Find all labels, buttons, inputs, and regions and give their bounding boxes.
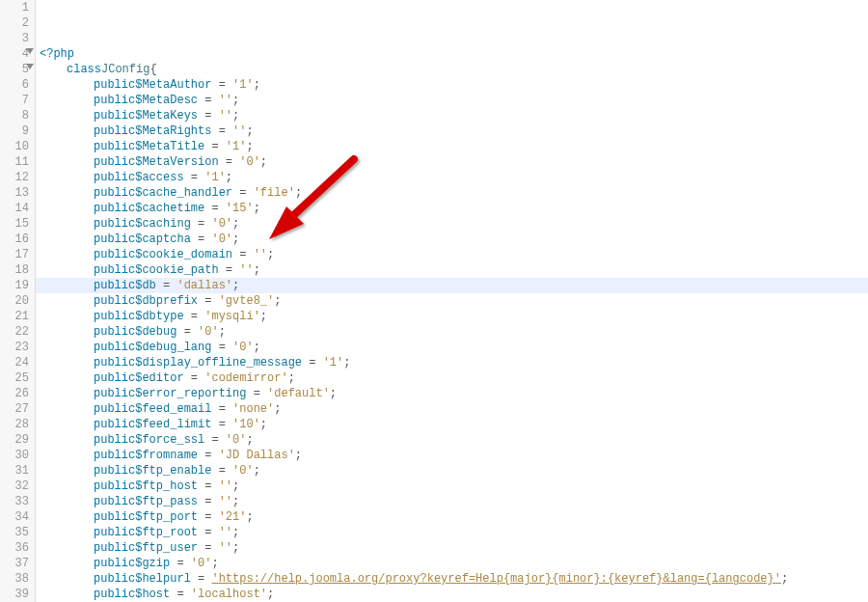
code-editor: 1234567891011121314151617181920212223242… xyxy=(0,0,868,602)
code-line: public $db = 'dallas'; xyxy=(36,278,868,293)
string-value: '0' xyxy=(232,463,254,479)
code-line: public $ftp_port = '21'; xyxy=(40,509,868,525)
code-line: public $debug = '0'; xyxy=(40,324,868,340)
code-line: public $MetaTitle = '1'; xyxy=(40,139,868,154)
keyword-public: public xyxy=(94,247,135,262)
property-name: $ftp_enable xyxy=(135,463,211,479)
semicolon: ; xyxy=(219,324,226,340)
line-number: 33 xyxy=(4,494,29,509)
string-value: '0' xyxy=(226,432,247,448)
property-name: $db xyxy=(135,278,156,293)
class-name: JConfig xyxy=(101,62,149,77)
code-line: public $editor = 'codemirror'; xyxy=(40,370,868,386)
brace-open: { xyxy=(149,62,156,77)
semicolon: ; xyxy=(246,432,253,448)
property-name: $helpurl xyxy=(135,571,191,587)
property-name: $gzip xyxy=(135,556,170,571)
equals: = xyxy=(156,278,177,293)
semicolon: ; xyxy=(267,247,274,262)
property-name: $feed_email xyxy=(135,401,211,417)
string-value: '' xyxy=(239,262,253,278)
code-line: public $caching = '0'; xyxy=(40,216,868,232)
code-line: public $cookie_path = ''; xyxy=(40,262,868,278)
equals: = xyxy=(246,386,267,401)
line-number: 12 xyxy=(4,170,29,185)
keyword-public: public xyxy=(94,309,135,324)
property-name: $error_reporting xyxy=(135,386,246,401)
keyword-public: public xyxy=(94,509,135,525)
keyword-public: public xyxy=(94,571,135,587)
property-name: $access xyxy=(135,170,183,185)
code-line: public $ftp_user = ''; xyxy=(40,540,868,556)
code-line: public $cookie_domain = ''; xyxy=(40,247,868,262)
property-name: $cookie_path xyxy=(135,262,218,278)
php-open-tag: <?php xyxy=(40,46,74,62)
string-value: 'dallas' xyxy=(176,278,232,293)
property-name: $force_ssl xyxy=(135,432,204,448)
keyword-public: public xyxy=(94,556,135,571)
keyword-public: public xyxy=(94,448,135,463)
string-value: '0' xyxy=(211,216,232,232)
string-value: '0' xyxy=(239,154,260,170)
property-name: $debug xyxy=(135,324,176,340)
property-name: $dbprefix xyxy=(135,293,198,309)
keyword-public: public xyxy=(94,139,135,154)
equals: = xyxy=(176,324,198,340)
line-number: 24 xyxy=(4,355,29,370)
line-number: 8 xyxy=(4,108,29,123)
property-name: $ftp_pass xyxy=(135,494,198,509)
string-value: '' xyxy=(219,494,232,509)
code-line: public $ftp_pass = ''; xyxy=(40,494,868,509)
fold-icon[interactable] xyxy=(26,48,34,54)
code-line: public $MetaRights = ''; xyxy=(40,123,868,139)
semicolon: ; xyxy=(343,355,350,370)
line-number: 27 xyxy=(4,401,29,417)
code-line: <?php xyxy=(40,46,868,62)
keyword-public: public xyxy=(94,479,135,494)
fold-icon[interactable] xyxy=(26,64,34,69)
equals: = xyxy=(191,232,212,247)
equals: = xyxy=(184,170,205,185)
property-name: $ftp_user xyxy=(135,540,198,556)
code-line: public $fromname = 'JD Dallas'; xyxy=(40,448,868,463)
line-number: 25 xyxy=(4,370,29,386)
string-value: '0' xyxy=(211,232,232,247)
code-line: public $dbprefix = 'gvte8_'; xyxy=(40,293,868,309)
keyword-public: public xyxy=(94,370,135,386)
string-value: 'file' xyxy=(254,185,295,201)
line-number: 28 xyxy=(4,417,29,432)
property-name: $host xyxy=(135,587,170,602)
string-value: 'JD Dallas' xyxy=(219,448,295,463)
code-line: public $force_ssl = '0'; xyxy=(40,432,868,448)
string-value: '' xyxy=(219,525,232,540)
string-value: '1' xyxy=(226,139,247,154)
code-area[interactable]: <?phpclass JConfig {public $MetaAuthor =… xyxy=(36,0,868,602)
property-name: $cache_handler xyxy=(135,185,232,201)
semicolon: ; xyxy=(254,77,260,93)
code-line: public $captcha = '0'; xyxy=(40,232,868,247)
line-number: 9 xyxy=(4,123,29,139)
line-number: 29 xyxy=(4,432,29,448)
string-value: '' xyxy=(232,123,246,139)
string-value: '1' xyxy=(204,170,226,185)
string-value: 'localhost' xyxy=(191,587,267,602)
string-value: 'none' xyxy=(232,401,274,417)
keyword-public: public xyxy=(94,525,135,540)
code-line: public $MetaVersion = '0'; xyxy=(40,154,868,170)
semicolon: ; xyxy=(232,479,239,494)
semicolon: ; xyxy=(232,93,239,108)
property-name: $MetaAuthor xyxy=(135,77,211,93)
keyword-public: public xyxy=(94,262,135,278)
line-number: 34 xyxy=(4,509,29,525)
equals: = xyxy=(191,216,212,232)
semicolon: ; xyxy=(260,417,267,432)
equals: = xyxy=(204,432,226,448)
keyword-public: public xyxy=(94,587,135,602)
equals: = xyxy=(211,463,232,479)
semicolon: ; xyxy=(211,556,218,571)
string-value: '1' xyxy=(323,355,344,370)
string-value: '0' xyxy=(232,340,254,355)
keyword-public: public xyxy=(94,340,135,355)
code-line: public $cache_handler = 'file'; xyxy=(40,185,868,201)
keyword-public: public xyxy=(94,77,135,93)
